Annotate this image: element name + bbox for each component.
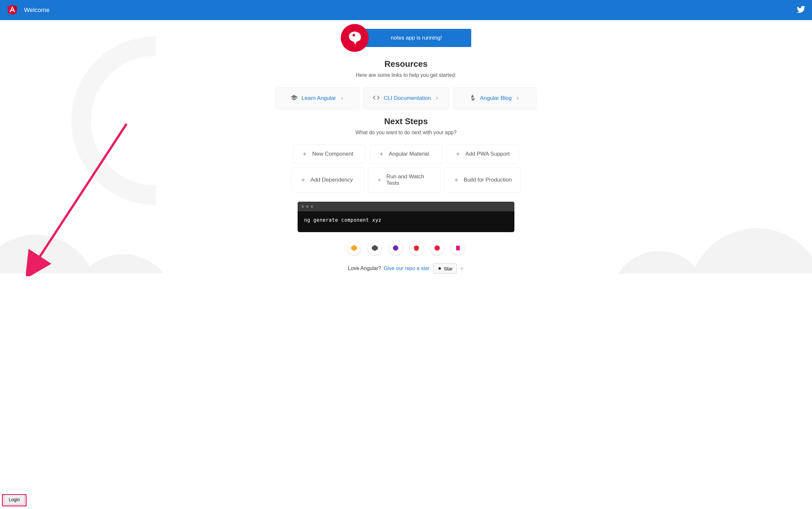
terminal-dot [302,205,304,208]
step-new-component[interactable]: New Component [293,145,366,163]
topbar: Welcome [0,0,812,20]
plus-icon [454,177,459,183]
twitter-icon[interactable] [797,5,806,15]
step-dependency[interactable]: Add Dependency [291,167,364,193]
resource-link[interactable]: Learn Angular [302,95,336,101]
resource-card-blog[interactable]: Angular Blog [453,87,536,109]
svg-marker-15 [372,245,378,251]
love-row: Love Angular? Give our repo a star. ★ St… [348,263,464,274]
running-banner: notes app is running! [362,29,471,47]
repo-star-link[interactable]: Give our repo a star. [384,266,431,271]
angular-logo-icon [6,3,18,17]
resource-card-cli[interactable]: CLI Documentation [363,87,449,109]
love-prefix: Love Angular? [348,266,381,271]
plus-icon [455,151,461,157]
resource-link[interactable]: CLI Documentation [384,95,431,101]
terminal-dot [311,205,313,208]
background-arc [71,36,240,205]
plus-icon [378,151,384,157]
step-tests[interactable]: Run and Watch Tests [368,167,441,193]
svg-point-17 [435,245,440,251]
terminal-header [298,202,514,211]
terminal-command: ng generate component xyz [298,211,514,232]
protractor-icon[interactable] [410,241,423,255]
step-angular-material[interactable]: Angular Material [370,145,442,163]
augury-icon[interactable] [389,241,402,255]
code-icon [373,94,380,102]
step-pwa[interactable]: Add PWA Support [446,145,519,163]
nextsteps-row: New Component Angular Material Add PWA S… [257,145,555,193]
footer-link-row [347,241,465,255]
terminal-dot [306,205,309,208]
topbar-left: Welcome [6,3,50,17]
star-icon: ★ [437,266,442,271]
resource-link[interactable]: Angular Blog [480,95,511,101]
nextsteps-heading: Next Steps [384,116,428,127]
step-label: New Component [312,151,353,157]
banner-row: notes app is running! [341,24,471,52]
plus-icon [300,177,306,183]
svg-marker-14 [351,245,357,251]
step-label: Angular Material [389,151,429,157]
step-label: Add Dependency [311,177,353,183]
resources-subtitle: Here are some links to help you get star… [356,72,456,78]
svg-rect-18 [456,246,460,250]
nextsteps-subtitle: What do you want to do next with your ap… [355,130,456,136]
meetup-icon[interactable] [430,241,444,255]
step-label: Build for Production [464,177,512,183]
gitter-icon[interactable] [451,241,465,255]
rocket-icon [341,24,369,52]
step-build[interactable]: Build for Production [445,167,521,193]
svg-point-16 [393,245,399,251]
resources-heading: Resources [384,59,428,69]
main-content: notes app is running! Resources Here are… [0,20,812,274]
graduation-cap-icon [290,94,298,102]
animations-icon[interactable] [347,241,361,255]
flame-icon [469,94,476,102]
cli-icon[interactable] [368,241,382,255]
plus-icon [377,177,382,183]
svg-marker-1 [12,5,17,14]
plus-icon [302,151,308,157]
terminal: ng generate component xyz [298,202,514,232]
resources-row: Learn Angular CLI Documentation Angular … [276,87,536,109]
resource-card-learn[interactable]: Learn Angular [276,87,359,109]
star-button[interactable]: ★ Star [433,263,457,274]
chevron-right-icon [460,266,464,271]
step-label: Add PWA Support [465,151,509,157]
step-label: Run and Watch Tests [386,173,432,186]
star-label: Star [444,266,453,271]
page-title: Welcome [24,6,50,13]
